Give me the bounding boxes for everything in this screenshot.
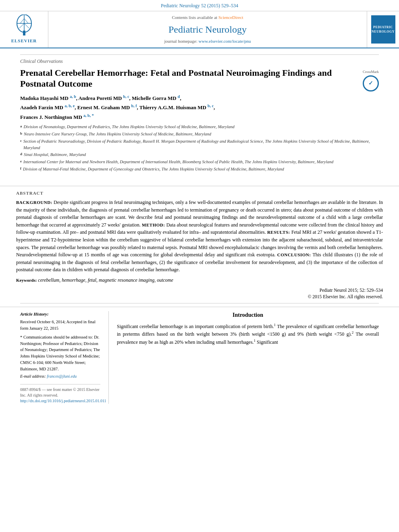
- affiliations-block: a Division of Neonatology, Department of…: [20, 124, 379, 172]
- svg-line-5: [24, 19, 28, 23]
- affiliation-e: e International Center for Maternal and …: [20, 159, 379, 165]
- results-label: RESULTS:: [267, 230, 290, 235]
- science-direct-line: Contents lists available at ScienceDirec…: [172, 15, 243, 21]
- correspondence-note: * Communications should be addressed to:…: [20, 334, 100, 372]
- bottom-section: Article History: Received October 6, 201…: [0, 307, 399, 408]
- authors-line: Madoka Hayashi MD a, b, Andrea Poretti M…: [20, 94, 379, 121]
- badge-line1: PEDIATRIC: [373, 25, 393, 29]
- affiliation-c-text: Section of Pediatric Neuroradiology, Div…: [23, 138, 379, 151]
- affiliation-c: c Section of Pediatric Neuroradiology, D…: [20, 138, 379, 151]
- keywords-label: Keywords:: [16, 278, 37, 283]
- contents-available-text: Contents lists available at: [172, 15, 217, 20]
- citation-text: Pediatric Neurology 52 (2015) 529–534: [161, 3, 238, 8]
- introduction-col: Introduction Significant cerebellar hemo…: [109, 311, 379, 404]
- affiliation-b: b Neuro Intensive Care Nursery Group, Th…: [20, 131, 379, 137]
- correspondence-text: Dr. Northington; Professor of Pediatrics…: [20, 335, 100, 371]
- keywords-text: cerebellum, hemorrhage, fetal, magnetic …: [38, 277, 173, 283]
- conclusion-label: CONCLUSION:: [277, 252, 311, 257]
- abstract-section: ABSTRACT BACKGROUND: Despite significant…: [0, 190, 399, 300]
- correspondence-label: * Communications should be addressed to:: [20, 335, 93, 339]
- science-direct-link[interactable]: ScienceDirect: [218, 15, 243, 20]
- affiliation-b-text: Neuro Intensive Care Nursery Group, The …: [24, 131, 211, 137]
- elsevier-tree-icon: [12, 15, 36, 37]
- journal-badge: PEDIATRIC NEUROLOGY: [371, 15, 395, 44]
- intro-text: Significant cerebellar hemorrhage is an …: [117, 322, 379, 346]
- citation-bar: Pediatric Neurology 52 (2015) 529–534: [0, 0, 399, 11]
- affiliation-d: d Sinai Hospital, Baltimore, Maryland: [20, 152, 379, 158]
- method-label: METHOD:: [142, 222, 165, 227]
- journal-center: Contents lists available at ScienceDirec…: [48, 11, 367, 48]
- elsevier-label: ELSEVIER: [11, 38, 37, 44]
- affiliation-a-text: Division of Neonatology, Department of P…: [24, 124, 235, 130]
- affiliation-a: a Division of Neonatology, Department of…: [20, 124, 379, 130]
- affiliation-d-text: Sinai Hospital, Baltimore, Maryland: [24, 152, 86, 158]
- journal-title: Pediatric Neurology: [168, 23, 247, 37]
- doi-link[interactable]: http://dx.doi.org/10.1016/j.pediatrneuro…: [20, 398, 100, 404]
- journal-header: ELSEVIER Contents lists available at Sci…: [0, 11, 399, 48]
- email-address[interactable]: frances@jluni.edu: [47, 374, 77, 378]
- abstract-text: BACKGROUND: Despite significant progress…: [16, 199, 383, 274]
- copyright-text: © 2015 Elsevier Inc. All rights reserved…: [16, 293, 383, 300]
- journal-badge-area: PEDIATRIC NEUROLOGY: [367, 11, 399, 48]
- author-huisman: Thierry A.G.M. Huisman MD b, c: [139, 104, 214, 110]
- author-poretti: Andrea Poretti MD b, c: [79, 95, 129, 101]
- homepage-url[interactable]: www.elsevier.com/locate/pnu: [198, 39, 251, 44]
- author-farzin: Azadeh Farzin MD a, b, e: [20, 104, 75, 110]
- section-label: Clinical Observations: [20, 54, 379, 65]
- affiliation-f-text: Division of Maternal-Fetal Medicine, Dep…: [23, 166, 284, 172]
- journal-homepage: journal homepage: www.elsevier.com/locat…: [164, 38, 251, 44]
- email-label-text: E-mail address:: [20, 374, 46, 378]
- page-container: Pediatric Neurology 52 (2015) 529–534 EL…: [0, 0, 399, 532]
- abstract-title: ABSTRACT: [16, 190, 383, 196]
- article-content: Clinical Observations CrossMark ✓ Prenat…: [0, 48, 399, 181]
- intro-title: Introduction: [117, 311, 379, 319]
- background-label: BACKGROUND:: [16, 200, 52, 205]
- author-northington: Frances J. Northington MD a, b, *: [20, 114, 94, 120]
- crossmark-label: CrossMark: [363, 69, 379, 75]
- divider: [0, 186, 399, 186]
- author-gorra: Michelle Gorra MD d: [132, 95, 180, 101]
- citation-ref: Pediatr Neurol 2015; 52: 529–534: [16, 287, 383, 293]
- email-label: E-mail address: frances@jluni.edu: [20, 374, 100, 379]
- elsevier-logo-area: ELSEVIER: [0, 11, 48, 48]
- article-history-title: Article History:: [20, 311, 100, 317]
- received-text: Received October 6, 2014; Accepted in fi…: [20, 319, 100, 332]
- svg-line-4: [20, 19, 24, 23]
- affiliation-f: f Division of Maternal-Fetal Medicine, D…: [20, 166, 379, 172]
- svg-line-7: [24, 23, 29, 28]
- homepage-label: journal homepage:: [164, 39, 197, 44]
- article-history-col: Article History: Received October 6, 201…: [20, 311, 109, 404]
- crossmark-badge: CrossMark ✓: [363, 69, 379, 91]
- footer-note: 0887-8994/$ — see front matter © 2015 El…: [20, 384, 100, 404]
- article-title: Prenatal Cerebellar Hemorrhage: Fetal an…: [20, 67, 379, 89]
- affiliation-e-text: International Center for Maternal and Ne…: [23, 159, 333, 165]
- issn-text: 0887-8994/$ — see front matter © 2015 El…: [20, 387, 100, 398]
- author-hayashi: Madoka Hayashi MD a, b: [20, 95, 76, 101]
- divider-bottom: [20, 303, 379, 303]
- badge-line2: NEUROLOGY: [372, 29, 395, 34]
- svg-line-6: [19, 23, 24, 28]
- author-graham: Ernest M. Graham MD b, f: [77, 104, 137, 110]
- citation-block: Pediatr Neurol 2015; 52: 529–534 © 2015 …: [16, 287, 383, 300]
- keywords-line: Keywords: cerebellum, hemorrhage, fetal,…: [16, 277, 383, 284]
- crossmark-icon: ✓: [363, 75, 379, 91]
